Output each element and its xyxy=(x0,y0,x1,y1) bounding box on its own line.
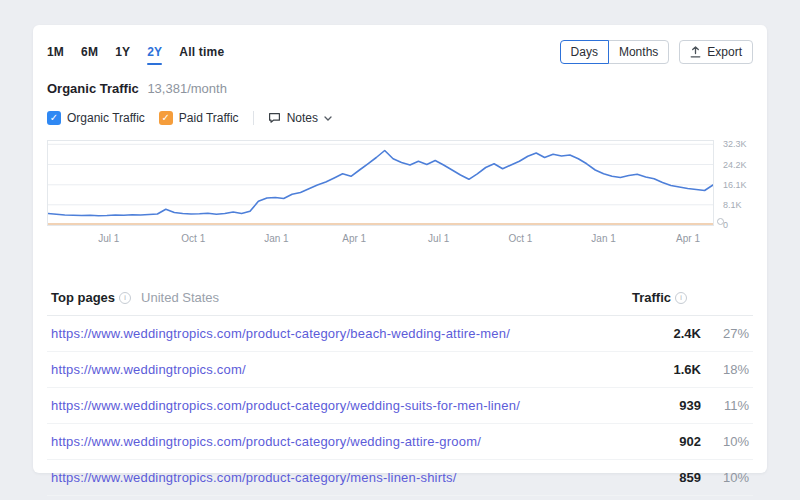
top-pages-header: Top pages i United States Traffic i xyxy=(47,290,753,316)
y-axis-tick-label: 16.1K xyxy=(723,180,747,190)
metric-summary: Organic Traffic 13,381/month xyxy=(47,81,753,96)
page-background: 1M6M1Y2YAll time DaysMonths Export Organ… xyxy=(0,0,800,500)
paid-traffic-label: Paid Traffic xyxy=(179,111,239,125)
top-pages-table: https://www.weddingtropics.com/product-c… xyxy=(47,316,753,496)
notes-label: Notes xyxy=(287,111,318,125)
range-tab-1y[interactable]: 1Y xyxy=(115,45,130,59)
date-range-tabs: 1M6M1Y2YAll time xyxy=(47,45,224,59)
organic-traffic-line xyxy=(48,151,713,216)
range-tab-1m[interactable]: 1M xyxy=(47,45,64,59)
page-url-link[interactable]: https://www.weddingtropics.com/product-c… xyxy=(51,398,645,413)
granularity-months-button[interactable]: Months xyxy=(608,40,669,64)
organic-traffic-checkbox[interactable]: ✓ Organic Traffic xyxy=(47,111,145,125)
range-tab-all-time[interactable]: All time xyxy=(179,45,224,59)
top-pages-title: Top pages xyxy=(51,290,115,305)
top-pages-region: United States xyxy=(141,290,219,305)
granularity-toggle: DaysMonths xyxy=(560,40,670,64)
page-url-link[interactable]: https://www.weddingtropics.com/product-c… xyxy=(51,434,645,449)
paid-traffic-checkbox[interactable]: ✓ Paid Traffic xyxy=(159,111,239,125)
x-axis-tick-label: Oct 1 xyxy=(181,233,205,244)
traffic-share: 10% xyxy=(701,434,749,449)
x-axis-tick-label: Apr 1 xyxy=(676,233,700,244)
y-axis-tick-label: 24.2K xyxy=(723,160,747,170)
toolbar-right: DaysMonths Export xyxy=(560,40,753,64)
table-row: https://www.weddingtropics.com/product-c… xyxy=(47,316,753,352)
table-row: https://www.weddingtropics.com/product-c… xyxy=(47,460,753,496)
page-url-link[interactable]: https://www.weddingtropics.com/ xyxy=(51,362,645,377)
x-axis-tick-label: Apr 1 xyxy=(342,233,366,244)
table-row: https://www.weddingtropics.com/product-c… xyxy=(47,388,753,424)
table-row: https://www.weddingtropics.com/1.6K18% xyxy=(47,352,753,388)
traffic-share: 27% xyxy=(701,326,749,341)
export-icon xyxy=(690,46,701,58)
y-axis-tick-label: 32.3K xyxy=(723,139,747,149)
x-axis-tick-label: Jul 1 xyxy=(98,233,119,244)
traffic-value: 1.6K xyxy=(645,362,701,377)
checkbox-checked-icon: ✓ xyxy=(159,111,173,125)
x-axis-tick-label: Jan 1 xyxy=(264,233,288,244)
range-tab-6m[interactable]: 6M xyxy=(81,45,98,59)
chart-plot-area[interactable] xyxy=(47,140,714,226)
export-label: Export xyxy=(707,45,742,59)
traffic-column-header: Traffic i xyxy=(632,290,749,305)
info-icon: i xyxy=(675,292,687,304)
traffic-share: 11% xyxy=(701,398,749,413)
y-axis-tick-label: 0 xyxy=(723,220,728,230)
granularity-days-button[interactable]: Days xyxy=(560,40,609,64)
page-url-link[interactable]: https://www.weddingtropics.com/product-c… xyxy=(51,326,645,341)
traffic-analytics-card: 1M6M1Y2YAll time DaysMonths Export Organ… xyxy=(33,25,767,473)
traffic-share: 18% xyxy=(701,362,749,377)
metric-title: Organic Traffic xyxy=(47,81,139,96)
organic-traffic-label: Organic Traffic xyxy=(67,111,145,125)
traffic-value: 939 xyxy=(645,398,701,413)
metric-value: 13,381/month xyxy=(147,81,227,96)
x-axis-tick-label: Jul 1 xyxy=(428,233,449,244)
range-tab-2y[interactable]: 2Y xyxy=(147,45,162,59)
chart-legend: ✓ Organic Traffic ✓ Paid Traffic Notes xyxy=(47,110,753,126)
x-axis-tick-label: Oct 1 xyxy=(509,233,533,244)
y-axis-tick-label: 8.1K xyxy=(723,200,742,210)
traffic-value: 859 xyxy=(645,470,701,485)
traffic-line-chart-svg xyxy=(48,141,713,225)
page-url-link[interactable]: https://www.weddingtropics.com/product-c… xyxy=(51,470,645,485)
top-pages-section: Top pages i United States Traffic i http… xyxy=(47,290,753,496)
traffic-value: 2.4K xyxy=(645,326,701,341)
export-button[interactable]: Export xyxy=(679,40,753,64)
traffic-header-label: Traffic xyxy=(632,290,671,305)
table-row: https://www.weddingtropics.com/product-c… xyxy=(47,424,753,460)
chart-toolbar: 1M6M1Y2YAll time DaysMonths Export xyxy=(47,40,753,64)
traffic-share: 10% xyxy=(701,470,749,485)
notes-dropdown[interactable]: Notes xyxy=(268,111,332,125)
x-axis-tick-label: Jan 1 xyxy=(591,233,615,244)
checkbox-checked-icon: ✓ xyxy=(47,111,61,125)
chevron-down-icon xyxy=(324,116,332,121)
info-icon: i xyxy=(119,292,131,304)
traffic-chart: 08.1K16.1K24.2K32.3KJul 1Oct 1Jan 1Apr 1… xyxy=(47,140,753,252)
traffic-value: 902 xyxy=(645,434,701,449)
legend-divider xyxy=(253,111,254,125)
notes-bubble-icon xyxy=(268,112,281,124)
